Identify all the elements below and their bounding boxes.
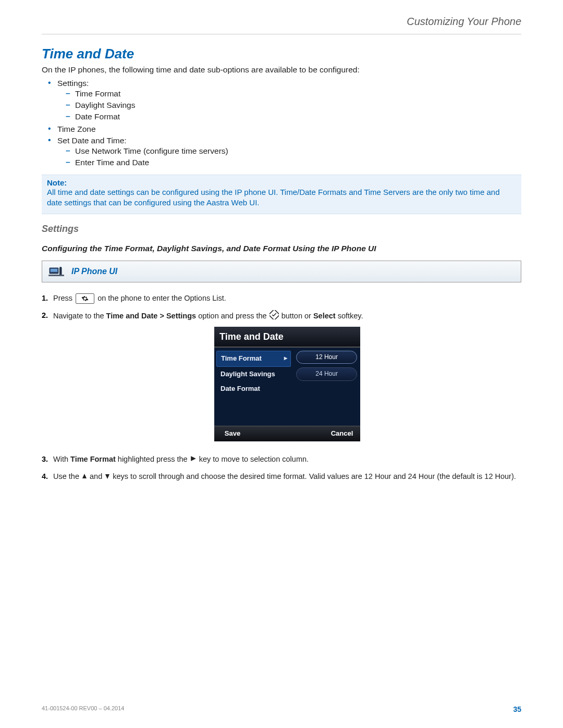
page-footer: 41-001524-00 REV00 – 04.2014 35 bbox=[42, 705, 521, 713]
list-item: Enter Time and Date bbox=[69, 157, 521, 168]
steps-list: Press on the phone to enter the Options … bbox=[42, 290, 521, 486]
list-label: Settings: bbox=[57, 79, 89, 88]
desk-phone-icon bbox=[47, 264, 65, 279]
ip-phone-ui-bar: IP Phone UI bbox=[42, 261, 521, 282]
list-item: Time Format bbox=[69, 88, 521, 100]
step-text: With bbox=[53, 455, 70, 463]
step-text: on the phone to enter the Options List. bbox=[97, 294, 226, 302]
intro-text: On the IP phones, the following time and… bbox=[42, 65, 521, 75]
list-item: Set Date and Time: Use Network Time (con… bbox=[51, 135, 521, 169]
ip-phone-ui-label: IP Phone UI bbox=[71, 267, 117, 276]
phone-softkey-cancel: Cancel bbox=[324, 426, 360, 441]
phone-option-12-hour: 12 Hour bbox=[296, 351, 357, 364]
svg-rect-3 bbox=[48, 275, 64, 276]
phone-softkey-blank bbox=[251, 426, 287, 441]
step-text: softkey. bbox=[336, 312, 363, 320]
step-3: With Time Format highlighted press the k… bbox=[42, 451, 521, 468]
step-2: Navigate to the Time and Date > Settings… bbox=[42, 307, 521, 451]
note-box: Note: All time and date settings can be … bbox=[42, 175, 521, 214]
step-text: and bbox=[88, 472, 104, 480]
note-label: Note: bbox=[47, 178, 516, 187]
options-key-icon bbox=[76, 293, 94, 304]
down-arrow-icon bbox=[105, 472, 110, 483]
header-breadcrumb: Customizing Your Phone bbox=[42, 16, 521, 34]
configuring-heading: Configuring the Time Format, Daylight Sa… bbox=[42, 244, 521, 253]
list-item: Date Format bbox=[69, 111, 521, 122]
phone-menu-daylight-savings: Daylight Savings bbox=[216, 367, 291, 382]
svg-rect-2 bbox=[59, 267, 62, 276]
step-text: keys to scroll through and choose the de… bbox=[111, 472, 516, 480]
phone-screenshot: Time and Date Time Format Daylight Savin… bbox=[214, 327, 360, 441]
step-text: button or bbox=[279, 312, 313, 320]
step-text: highlighted press the bbox=[116, 455, 190, 463]
list-item: Use Network Time (configure time servers… bbox=[69, 145, 521, 157]
phone-softkey-save: Save bbox=[214, 426, 251, 441]
doc-revision: 41-001524-00 REV00 – 04.2014 bbox=[42, 705, 124, 713]
step-text: Navigate to the bbox=[53, 312, 106, 320]
select-check-icon bbox=[270, 310, 279, 323]
list-label: Set Date and Time: bbox=[57, 136, 127, 145]
page-number: 35 bbox=[513, 705, 521, 713]
step-text: Press bbox=[53, 294, 72, 302]
time-format-label: Time Format bbox=[70, 455, 116, 463]
list-item: Time Zone bbox=[51, 124, 521, 135]
step-4: Use the and keys to scroll through and c… bbox=[42, 468, 521, 486]
list-item: Daylight Savings bbox=[69, 100, 521, 111]
phone-option-24-hour: 24 Hour bbox=[296, 367, 357, 380]
options-list: Settings: Time Format Daylight Savings D… bbox=[42, 78, 521, 169]
phone-titlebar: Time and Date bbox=[214, 327, 360, 348]
step-1: Press on the phone to enter the Options … bbox=[42, 290, 521, 307]
step-text: option and press the bbox=[196, 312, 268, 320]
step-text: key to move to selection column. bbox=[197, 455, 309, 463]
phone-menu-time-format: Time Format bbox=[216, 351, 291, 367]
note-text: All time and date settings can be config… bbox=[47, 187, 516, 208]
list-item: Settings: Time Format Daylight Savings D… bbox=[51, 78, 521, 124]
select-label: Select bbox=[313, 312, 336, 320]
settings-heading: Settings bbox=[42, 224, 521, 235]
svg-rect-1 bbox=[51, 268, 58, 272]
nav-path: Time and Date > Settings bbox=[106, 312, 197, 320]
section-title: Time and Date bbox=[42, 46, 521, 62]
phone-menu-date-format: Date Format bbox=[216, 381, 291, 397]
right-arrow-icon bbox=[190, 454, 197, 465]
step-text: Use the bbox=[53, 472, 81, 480]
up-arrow-icon bbox=[82, 472, 87, 483]
phone-softkey-blank bbox=[287, 426, 324, 441]
